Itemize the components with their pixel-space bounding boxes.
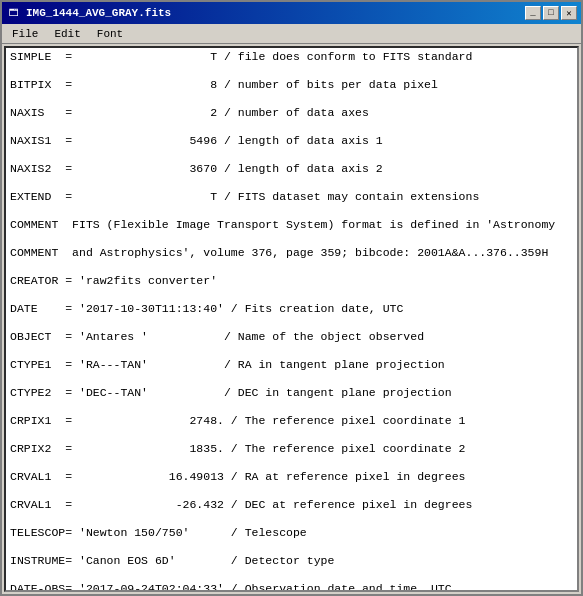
fits-line: INSTRUME= 'Canon EOS 6D' / Detector type bbox=[10, 554, 573, 568]
fits-line: BITPIX = 8 / number of bits per data pix… bbox=[10, 78, 573, 92]
fits-line: EXTEND = T / FITS dataset may contain ex… bbox=[10, 190, 573, 204]
fits-line: CTYPE2 = 'DEC--TAN' / DEC in tangent pla… bbox=[10, 386, 573, 400]
fits-line: OBJECT = 'Antares ' / Name of the object… bbox=[10, 330, 573, 344]
title-bar: 🗔 IMG_1444_AVG_GRAY.fits _ □ ✕ bbox=[2, 2, 581, 24]
fits-line: CRPIX2 = 1835. / The reference pixel coo… bbox=[10, 442, 573, 456]
window-icon: 🗔 bbox=[6, 5, 22, 21]
maximize-button[interactable]: □ bbox=[543, 6, 559, 20]
fits-line: TELESCOP= 'Newton 150/750' / Telescope bbox=[10, 526, 573, 540]
fits-line: NAXIS1 = 5496 / length of data axis 1 bbox=[10, 134, 573, 148]
menu-edit[interactable]: Edit bbox=[46, 26, 88, 42]
main-window: 🗔 IMG_1444_AVG_GRAY.fits _ □ ✕ File Edit… bbox=[0, 0, 583, 596]
menu-file[interactable]: File bbox=[4, 26, 46, 42]
fits-line: NAXIS2 = 3670 / length of data axis 2 bbox=[10, 162, 573, 176]
menu-bar: File Edit Font bbox=[2, 24, 581, 44]
fits-line: COMMENT FITS (Flexible Image Transport S… bbox=[10, 218, 573, 232]
title-bar-buttons: _ □ ✕ bbox=[525, 6, 577, 20]
close-button[interactable]: ✕ bbox=[561, 6, 577, 20]
fits-line: CRVAL1 = 16.49013 / RA at reference pixe… bbox=[10, 470, 573, 484]
fits-line: SIMPLE = T / file does conform to FITS s… bbox=[10, 50, 573, 64]
fits-line: CREATOR = 'raw2fits converter' bbox=[10, 274, 573, 288]
fits-line: CTYPE1 = 'RA---TAN' / RA in tangent plan… bbox=[10, 358, 573, 372]
fits-line: DATE-OBS= '2017-09-24T02:04:33' / Observ… bbox=[10, 582, 573, 590]
minimize-button[interactable]: _ bbox=[525, 6, 541, 20]
fits-line: COMMENT and Astrophysics', volume 376, p… bbox=[10, 246, 573, 260]
menu-font[interactable]: Font bbox=[89, 26, 131, 42]
content-area: SIMPLE = T / file does conform to FITS s… bbox=[4, 46, 579, 592]
fits-line: CRVAL1 = -26.432 / DEC at reference pixe… bbox=[10, 498, 573, 512]
fits-text-content[interactable]: SIMPLE = T / file does conform to FITS s… bbox=[6, 48, 577, 590]
window-title: IMG_1444_AVG_GRAY.fits bbox=[26, 7, 525, 19]
fits-line: CRPIX1 = 2748. / The reference pixel coo… bbox=[10, 414, 573, 428]
fits-line: NAXIS = 2 / number of data axes bbox=[10, 106, 573, 120]
fits-line: DATE = '2017-10-30T11:13:40' / Fits crea… bbox=[10, 302, 573, 316]
